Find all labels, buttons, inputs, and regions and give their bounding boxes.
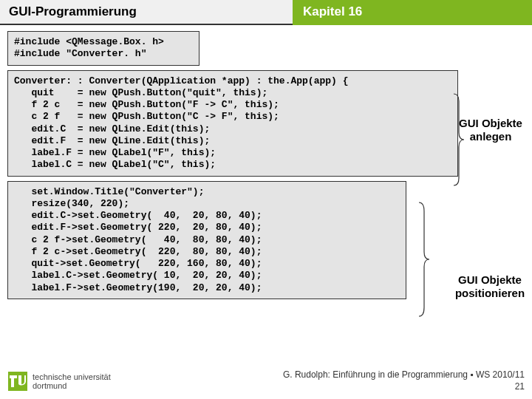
uni-line1: technische universität xyxy=(33,372,111,381)
university-logo: technische universität dortmund xyxy=(7,371,111,392)
university-name: technische universität dortmund xyxy=(33,372,111,390)
footer-credit: G. Rudolph: Einführung in die Programmie… xyxy=(283,369,525,392)
code-constructor: Converter: : Converter(QApplication *app… xyxy=(7,70,458,177)
annotation-create-l1: GUI Objekte xyxy=(459,117,522,129)
uni-line2: dortmund xyxy=(33,381,66,390)
annotation-position-l1: GUI Objekte xyxy=(458,273,522,286)
code-includes: #include <QMessage.Box. h> #include "Con… xyxy=(7,31,200,66)
annotation-create: GUI Objekte anlegen xyxy=(454,117,528,143)
tu-logo-icon xyxy=(7,371,28,392)
code-geometry: set.Window.Title("Converter"); resize(34… xyxy=(7,181,406,299)
slide-footer: technische universität dortmund G. Rudol… xyxy=(0,366,532,399)
annotation-create-l2: anlegen xyxy=(470,130,512,143)
slide-header: GUI-Programmierung Kapitel 16 xyxy=(0,0,532,25)
page-number: 21 xyxy=(515,381,525,392)
slide-content: #include <QMessage.Box. h> #include "Con… xyxy=(7,31,525,299)
annotation-position: GUI Objekte positionieren xyxy=(449,273,531,300)
brace-icon xyxy=(418,201,429,318)
annotation-position-l2: positionieren xyxy=(455,287,525,299)
header-title-left: GUI-Programmierung xyxy=(0,0,293,25)
header-title-right: Kapitel 16 xyxy=(293,0,532,25)
svg-rect-2 xyxy=(10,375,17,378)
credit-text: G. Rudolph: Einführung in die Programmie… xyxy=(283,369,525,380)
